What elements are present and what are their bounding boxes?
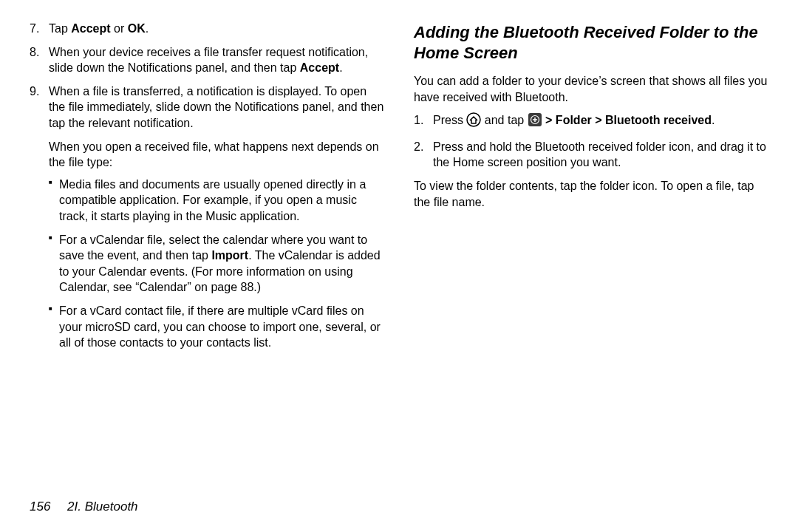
section-heading: Adding the Bluetooth Received Folder to … <box>414 22 768 63</box>
step-text: Press and tap <box>433 114 715 126</box>
step-number: 1. <box>414 112 423 129</box>
steps-list-right: 1. Press and tap <box>414 112 768 171</box>
add-widget-icon <box>528 112 542 132</box>
bullet-list: Media files and documents are usually op… <box>49 177 384 351</box>
steps-list-left: 7. Tap Accept or OK. 8. When your device… <box>30 21 384 132</box>
step-2: 2. Press and hold the Bluetooth received… <box>414 139 768 171</box>
intro-paragraph: You can add a folder to your device’s sc… <box>414 73 768 105</box>
bold-accept: Accept <box>71 22 110 35</box>
outro-paragraph: To view the folder contents, tap the fol… <box>414 178 768 210</box>
step-text: Tap Accept or OK. <box>49 22 149 35</box>
two-column-layout: 7. Tap Accept or OK. 8. When your device… <box>30 21 768 488</box>
section-label: 2I. Bluetooth <box>67 499 137 514</box>
step-9: 9. When a file is transferred, a notific… <box>30 83 384 132</box>
step-8: 8. When your device receives a file tran… <box>30 44 384 76</box>
svg-point-0 <box>467 113 480 126</box>
step-number: 9. <box>30 83 39 100</box>
manual-page: 7. Tap Accept or OK. 8. When your device… <box>0 0 798 532</box>
bold-import: Import <box>211 249 248 262</box>
step-1: 1. Press and tap <box>414 112 768 132</box>
bullet-media-files: Media files and documents are usually op… <box>49 177 384 225</box>
step-number: 7. <box>30 21 39 37</box>
left-column: 7. Tap Accept or OK. 8. When your device… <box>30 21 384 488</box>
step-number: 8. <box>30 44 39 61</box>
step-7: 7. Tap Accept or OK. <box>30 21 384 37</box>
bold-path: > Folder > Bluetooth received <box>545 114 712 126</box>
right-column: Adding the Bluetooth Received Folder to … <box>414 21 768 488</box>
step-text: When a file is transferred, a notificati… <box>49 85 383 129</box>
step-number: 2. <box>414 139 423 155</box>
page-footer: 156 2I. Bluetooth <box>30 488 768 514</box>
step-text: Press and hold the Bluetooth received fo… <box>433 140 766 169</box>
after-step-paragraph: When you open a received file, what happ… <box>30 139 384 171</box>
page-number: 156 <box>30 499 50 514</box>
bold-ok: OK <box>128 22 146 35</box>
home-button-icon <box>466 112 481 132</box>
bold-accept: Accept <box>300 61 339 74</box>
step-text: When your device receives a file transfe… <box>49 46 368 75</box>
bullet-vcard: For a vCard contact file, if there are m… <box>49 303 384 351</box>
bullet-vcalendar: For a vCalendar file, select the calenda… <box>49 232 384 296</box>
